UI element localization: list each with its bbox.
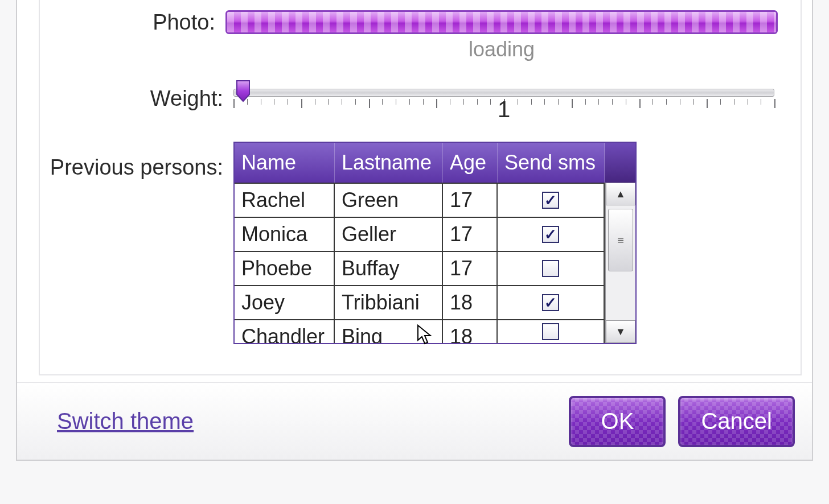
cell-name[interactable]: Rachel — [235, 184, 335, 217]
send-sms-checkbox[interactable] — [542, 192, 559, 209]
dialog-panel: Photo: loading Weight: — [16, 0, 813, 461]
cell-age[interactable]: 18 — [443, 320, 498, 343]
photo-progress-status: loading — [225, 38, 778, 61]
scroll-up-button[interactable]: ▲ — [606, 183, 635, 205]
grid-header: Name Lastname Age Send sms — [235, 143, 635, 183]
cell-name[interactable]: Monica — [235, 218, 335, 251]
weight-row: Weight: — [40, 86, 801, 111]
cell-lastname[interactable]: Green — [335, 184, 443, 217]
cell-lastname[interactable]: Bing — [335, 320, 443, 343]
persons-grid[interactable]: Name Lastname Age Send sms RachelGreen17… — [233, 142, 637, 344]
previous-persons-row: Previous persons: Name Lastname Age Send… — [40, 142, 801, 344]
table-row[interactable]: JoeyTribbiani18 — [235, 285, 605, 319]
slider-center-label: 1 — [498, 97, 510, 122]
table-row[interactable]: PhoebeBuffay17 — [235, 251, 605, 285]
previous-persons-label: Previous persons: — [40, 142, 233, 180]
cell-lastname[interactable]: Geller — [335, 218, 443, 251]
header-lastname[interactable]: Lastname — [335, 143, 443, 183]
grid-body: RachelGreen17MonicaGeller17PhoebeBuffay1… — [235, 183, 605, 343]
weight-slider[interactable]: 1 — [233, 86, 774, 109]
table-row[interactable]: RachelGreen17 — [235, 183, 605, 217]
cell-send-sms[interactable] — [498, 184, 605, 217]
cell-send-sms[interactable] — [498, 218, 605, 251]
cell-send-sms[interactable] — [498, 320, 605, 343]
cancel-button[interactable]: Cancel — [678, 396, 795, 447]
grid-scrollbar[interactable]: ▲ ≡ ▼ — [605, 183, 635, 343]
photo-progress-fill — [227, 12, 776, 32]
form-area: Photo: loading Weight: — [39, 0, 802, 375]
table-row[interactable]: MonicaGeller17 — [235, 217, 605, 251]
cell-age[interactable]: 17 — [443, 218, 498, 251]
ok-button[interactable]: OK — [569, 396, 666, 447]
send-sms-checkbox[interactable] — [542, 323, 559, 340]
photo-label: Photo: — [40, 10, 225, 35]
scroll-down-button[interactable]: ▼ — [606, 320, 635, 343]
cell-age[interactable]: 18 — [443, 286, 498, 319]
weight-label: Weight: — [40, 86, 233, 111]
scroll-thumb[interactable]: ≡ — [608, 209, 633, 271]
cell-age[interactable]: 17 — [443, 252, 498, 285]
scroll-track[interactable]: ≡ — [606, 205, 635, 320]
cell-name[interactable]: Chandler — [235, 320, 335, 343]
send-sms-checkbox[interactable] — [542, 294, 559, 311]
photo-row: Photo: loading — [40, 10, 801, 61]
photo-progress-bar — [225, 10, 778, 34]
slider-track[interactable] — [233, 89, 774, 97]
cell-name[interactable]: Phoebe — [235, 252, 335, 285]
header-spacer — [605, 143, 635, 183]
header-age[interactable]: Age — [443, 143, 498, 183]
header-name[interactable]: Name — [235, 143, 335, 183]
header-send-sms[interactable]: Send sms — [498, 143, 605, 183]
cell-lastname[interactable]: Buffay — [335, 252, 443, 285]
dialog-footer: Switch theme OK Cancel — [17, 382, 812, 460]
cell-lastname[interactable]: Tribbiani — [335, 286, 443, 319]
switch-theme-link[interactable]: Switch theme — [57, 408, 194, 434]
send-sms-checkbox[interactable] — [542, 226, 559, 243]
send-sms-checkbox[interactable] — [542, 260, 559, 277]
cell-age[interactable]: 17 — [443, 184, 498, 217]
cell-send-sms[interactable] — [498, 286, 605, 319]
table-row[interactable]: ChandlerBing18 — [235, 319, 605, 343]
cell-send-sms[interactable] — [498, 252, 605, 285]
cell-name[interactable]: Joey — [235, 286, 335, 319]
